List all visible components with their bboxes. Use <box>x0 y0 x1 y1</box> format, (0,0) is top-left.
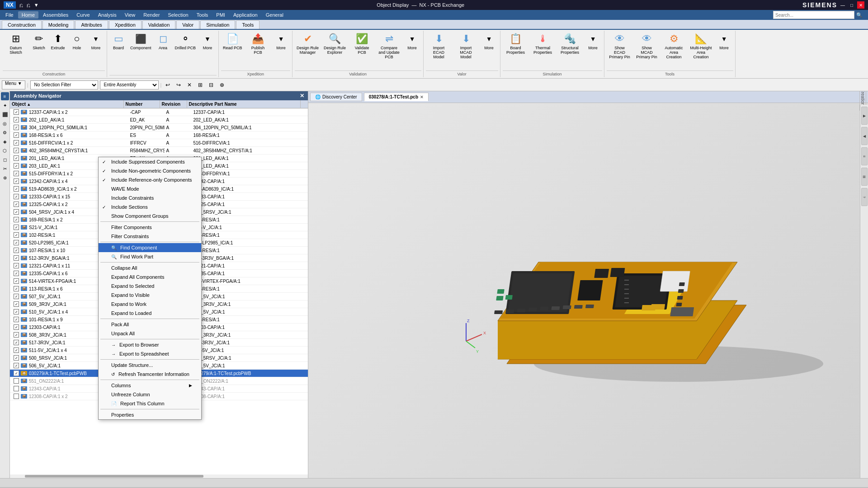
nav-row-2[interactable]: ✓📦202_LED_AK/A:1 ED_AK A 202_LED_AK/A:1 <box>10 116 308 124</box>
drilled-button[interactable]: ⚬ Drilled PCB <box>173 31 198 63</box>
sidebar-icon-nav[interactable]: ≡ <box>1 92 9 100</box>
component-button[interactable]: ⬛ Component <box>128 31 153 63</box>
nav-close-button[interactable]: ✕ <box>300 93 304 99</box>
ctx-expand-visible[interactable]: Expand to Visible <box>99 291 201 300</box>
ctx-include-constraints[interactable]: Include Constraints <box>99 193 201 202</box>
ctx-wave-mode[interactable]: WAVE Mode <box>99 184 201 193</box>
ctx-show-groups[interactable]: Show Component Groups <box>99 211 201 221</box>
view-icon-3[interactable]: ≡ <box>861 147 868 165</box>
nav-row-4[interactable]: ✓📦168-RES/A:1 x 6 ES A 168-RES/A:1 <box>10 131 308 139</box>
menu-assemblies[interactable]: Assemblies <box>39 11 72 19</box>
close-button[interactable]: ✕ <box>857 1 864 9</box>
search-input[interactable] <box>773 11 854 19</box>
drc-explorer-button[interactable]: 🔍 Design Rule Explorer <box>322 31 348 63</box>
drc-manager-button[interactable]: ✔ Design Rule Manager <box>295 31 321 63</box>
cancel-icon[interactable]: ✕ <box>185 80 194 89</box>
ctx-find-component[interactable]: 🔍Find Component <box>99 243 201 252</box>
ctx-include-non-geometric[interactable]: Include Non-geometric Components <box>99 166 201 175</box>
quick-access-more[interactable]: ▼ <box>34 2 39 8</box>
sidebar-icon-8[interactable]: ◻ <box>1 155 9 164</box>
view-icon-2[interactable]: ◀ <box>861 127 868 145</box>
thermal-properties-button[interactable]: 🌡 Thermal Properties <box>530 31 556 63</box>
menu-dropdown-button[interactable]: Menu ▼ <box>2 80 25 89</box>
tab-pcb-file[interactable]: 030278/A:1-TCTest.pcb ✕ <box>364 93 429 101</box>
validate-pcb-button[interactable]: ✅ Validate PCB <box>349 31 375 63</box>
col-header-desc[interactable]: Descriptive Part Name <box>187 100 301 108</box>
structural-properties-button[interactable]: 🔩 Structural Properties <box>557 31 583 63</box>
tab-discovery-center[interactable]: 🌐 Discovery Center <box>310 93 362 101</box>
tab-construction[interactable]: Construction <box>2 20 42 29</box>
ctx-filter-constraints[interactable]: Filter Constraints <box>99 232 201 241</box>
extrude-button[interactable]: ⬆ Extrude <box>49 31 67 63</box>
col-header-object[interactable]: Object ▲ <box>10 100 124 108</box>
tab-valor[interactable]: Valor <box>176 20 199 29</box>
snap-icon[interactable]: ⊞ <box>196 80 205 89</box>
menu-file[interactable]: File <box>2 11 17 19</box>
nav-row-3[interactable]: ✓📦304_120PIN_PCI_50MIL/A:1 20PIN_PCI_50M… <box>10 124 308 131</box>
menu-render[interactable]: Render <box>140 11 163 19</box>
tab-modeling[interactable]: Modeling <box>42 20 75 29</box>
quick-access-redo[interactable]: ⎌ <box>27 2 30 9</box>
ctx-find-work-part[interactable]: 🔍Find Work Part <box>99 252 201 261</box>
nav-row-5[interactable]: ✓📦516-DIFFRCV/A:1 x 2 IFFRCV A 516-DIFFR… <box>10 139 308 147</box>
menu-general[interactable]: General <box>262 11 287 19</box>
ctx-unpack-all[interactable]: Unpack All <box>99 329 201 338</box>
nav-hscroll-thumb[interactable] <box>25 475 203 478</box>
more-board-button[interactable]: ▼ More <box>198 31 217 63</box>
menu-tools[interactable]: Tools <box>193 11 212 19</box>
ctx-update-structure[interactable]: Update Structure... <box>99 361 201 370</box>
ctx-refresh-teamcenter[interactable]: ↺Refresh Teamcenter Information <box>99 370 201 379</box>
datum-sketch-button[interactable]: ⊞ Datum Sketch <box>3 31 29 63</box>
ctx-export-spreadsheet[interactable]: →Export to Spreadsheet <box>99 349 201 358</box>
ctx-unfreeze-column[interactable]: Unfreeze Column <box>99 390 201 399</box>
menu-pmi[interactable]: PMI <box>212 11 229 19</box>
sketch-button[interactable]: ✏ Sketch <box>30 31 48 63</box>
more-xped-button[interactable]: ▼ More <box>272 31 290 63</box>
tab-validation[interactable]: Validation <box>142 20 176 29</box>
ctx-expand-selected[interactable]: Expand to Selected <box>99 282 201 291</box>
ctx-expand-work[interactable]: Expand to Work <box>99 300 201 309</box>
read-pcb-button[interactable]: 📄 Read PCB <box>221 31 244 63</box>
ctx-collapse-all[interactable]: Collapse All <box>99 263 201 272</box>
quick-access-undo[interactable]: ⎌ <box>19 2 23 9</box>
ctx-expand-loaded[interactable]: Expand to Loaded <box>99 309 201 318</box>
sidebar-icon-2[interactable]: ✦ <box>1 101 9 109</box>
sidebar-icon-5[interactable]: ⚙ <box>1 128 9 136</box>
zoom-icon[interactable]: ⊟ <box>207 80 216 89</box>
board-button[interactable]: ▭ Board <box>109 31 127 63</box>
more-valid-button[interactable]: ▼ More <box>403 31 421 63</box>
import-ecad-button[interactable]: ⬇ Import ECAD Model <box>426 31 452 63</box>
tab-xpedition[interactable]: Xpedition <box>109 20 142 29</box>
show-ecad-pin-button[interactable]: 👁 Show ECAD Primary Pin <box>607 31 633 63</box>
more-tools-button[interactable]: ▼ More <box>715 31 733 63</box>
ctx-include-reference[interactable]: Include Reference-only Components <box>99 175 201 184</box>
menu-view[interactable]: View <box>121 11 139 19</box>
view-icon-4[interactable]: ⊞ <box>861 168 868 186</box>
view-icon-1[interactable]: ▶ <box>861 107 868 125</box>
col-header-number[interactable]: Number <box>124 100 160 108</box>
tab-simulation[interactable]: Simulation <box>200 20 235 29</box>
ctx-columns[interactable]: Columns ▶ <box>99 381 201 390</box>
show-mcad-pin-button[interactable]: 👁 Show MCAD Primary Pin <box>634 31 660 63</box>
ctx-filter-components[interactable]: Filter Components <box>99 223 201 232</box>
col-header-revision[interactable]: Revision <box>160 100 187 108</box>
board-properties-button[interactable]: 📋 Board Properties <box>503 31 529 63</box>
ctx-include-suppressed[interactable]: Include Suppressed Components <box>99 157 201 166</box>
sidebar-icon-4[interactable]: ◎ <box>1 119 9 127</box>
sidebar-icon-3[interactable]: ⬛ <box>1 110 9 118</box>
tab-tools[interactable]: Tools <box>236 20 259 29</box>
area-button[interactable]: ◻ Area <box>154 31 172 63</box>
ctx-export-browser[interactable]: →Export to Browser <box>99 340 201 349</box>
tab-close-icon[interactable]: ✕ <box>420 95 424 99</box>
hole-button[interactable]: ○ Hole <box>68 31 86 63</box>
ctx-expand-all[interactable]: Expand All Components <box>99 272 201 282</box>
sidebar-icon-9[interactable]: ✂ <box>1 164 9 173</box>
ctx-pack-all[interactable]: Pack All <box>99 320 201 329</box>
pcb-3d-view[interactable]: Z X Y <box>308 105 868 478</box>
view-icon-5[interactable]: ? <box>861 188 868 206</box>
fit-icon[interactable]: ⊕ <box>217 80 226 89</box>
nav-horizontal-scrollbar[interactable] <box>10 474 308 478</box>
sidebar-icon-7[interactable]: ⬡ <box>1 146 9 155</box>
auto-area-button[interactable]: ⚙ Automatic Area Creation <box>661 31 687 63</box>
redo-icon[interactable]: ↪ <box>174 80 183 89</box>
